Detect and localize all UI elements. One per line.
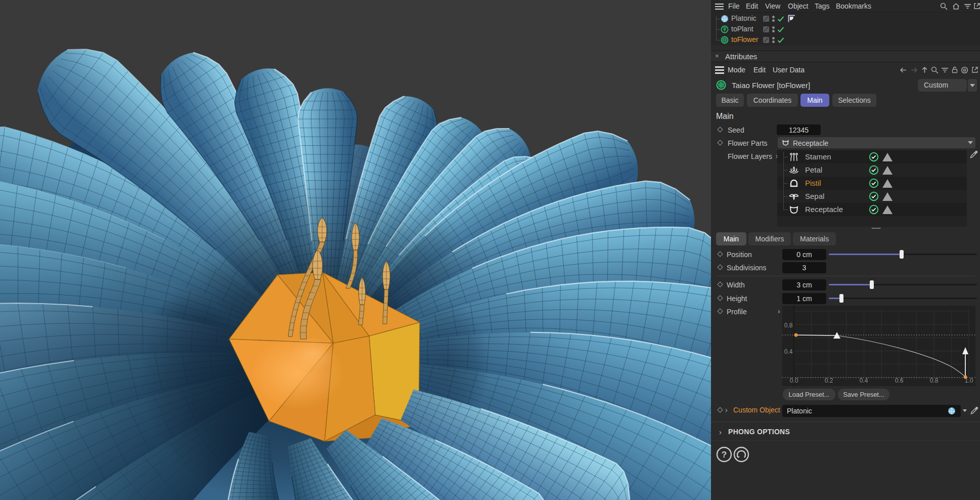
svg-text:0.8: 0.8 [784, 322, 793, 329]
svg-text:0.0: 0.0 [790, 377, 798, 384]
svg-text:0.2: 0.2 [825, 377, 833, 384]
svg-text:1.0: 1.0 [965, 377, 973, 384]
svg-text:0.6: 0.6 [895, 377, 904, 384]
svg-text:0.4: 0.4 [860, 377, 868, 384]
svg-text:?: ? [722, 450, 727, 460]
svg-text:0.8: 0.8 [930, 377, 939, 384]
svg-text:0.4: 0.4 [784, 348, 793, 355]
